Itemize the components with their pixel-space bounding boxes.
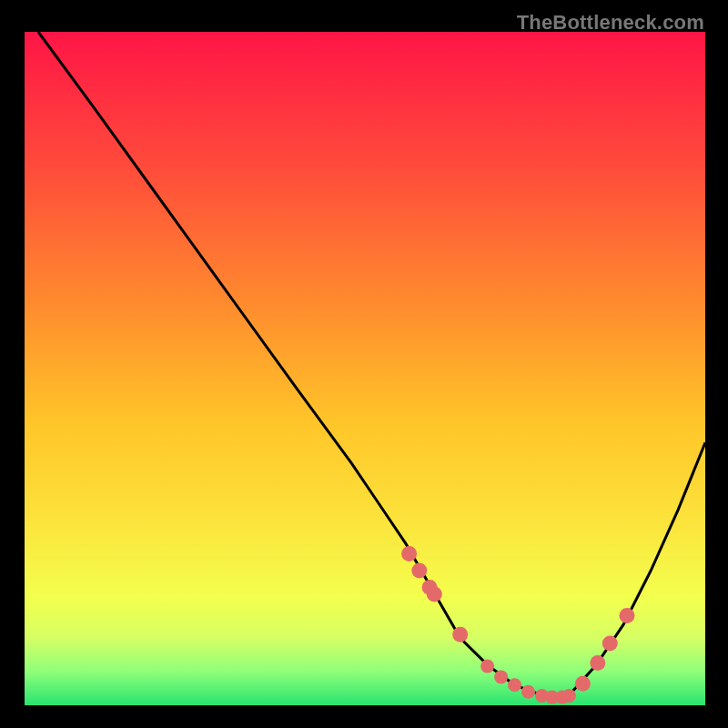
marker-dot: [494, 670, 508, 683]
plot-background: [25, 32, 705, 705]
marker-dot: [401, 546, 417, 561]
marker-dot: [562, 689, 576, 703]
marker-dot: [620, 608, 635, 623]
marker-dot: [427, 586, 442, 602]
marker-dot: [590, 655, 605, 671]
marker-dot: [480, 660, 494, 673]
marker-dot: [508, 678, 521, 692]
bottleneck-chart: [9, 9, 719, 719]
watermark-text: TheBottleneck.com: [517, 11, 704, 35]
marker-dot: [602, 635, 618, 651]
chart-frame: TheBottleneck.com: [9, 9, 719, 719]
marker-dot: [575, 676, 591, 692]
marker-dot: [521, 685, 535, 699]
marker-dot: [411, 563, 427, 579]
marker-dot: [452, 627, 468, 642]
